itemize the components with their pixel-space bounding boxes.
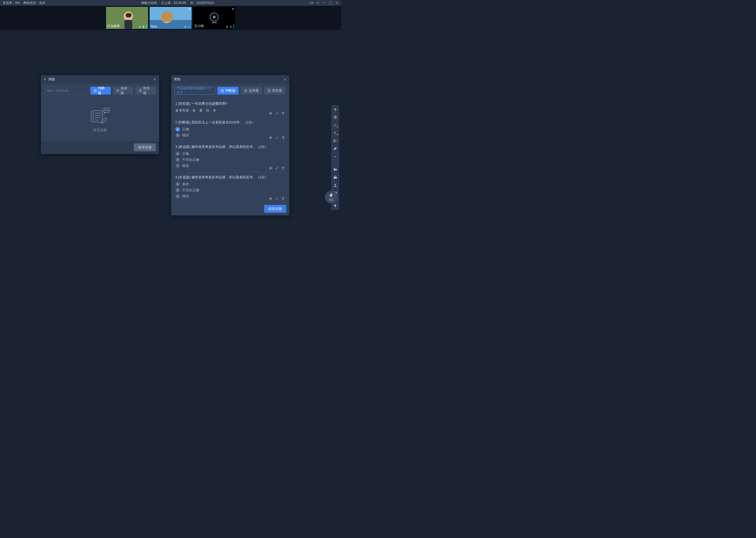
svg-rect-23 [94, 89, 96, 92]
svg-point-10 [140, 27, 140, 27]
save-button[interactable]: 保存试卷 [134, 143, 156, 151]
fullscreen-icon[interactable] [329, 1, 332, 5]
option-text: 错误 [182, 194, 189, 198]
hand-count: 0/2 [329, 198, 333, 201]
empty-state: 暂无试题 [45, 99, 155, 141]
delete-icon[interactable] [281, 197, 285, 200]
close-icon[interactable] [335, 1, 339, 5]
option-letter: C [175, 163, 180, 168]
eraser-icon[interactable] [333, 146, 337, 151]
svg-point-1 [317, 2, 318, 3]
bell-icon[interactable] [333, 204, 337, 208]
camera-icon[interactable] [310, 1, 313, 5]
close-icon[interactable]: ✕ [232, 7, 234, 11]
question-actions [269, 197, 285, 200]
text-tool-icon[interactable]: T [333, 131, 337, 135]
cursor-click-icon[interactable] [333, 107, 337, 111]
question-title: 2 [判断题] 我国宪法上一次更新是在2020年。（2分） [175, 120, 285, 125]
question-list: 1 [简答题] 一年四季分别是哪四季?参考答案：春、夏、秋、冬 2 [判断题] … [171, 98, 289, 202]
drag-icon[interactable] [269, 111, 272, 115]
main-area: 测验 判断题 选择题 T 简答题 [0, 30, 341, 243]
paper-name-input[interactable] [44, 87, 88, 94]
edit-icon[interactable] [275, 166, 279, 170]
video-name: Nina [151, 25, 157, 28]
signal-icon [184, 25, 187, 28]
option-letter: C [175, 194, 180, 198]
svg-text:T: T [140, 89, 141, 92]
option-text: 不完全正确 [182, 188, 199, 192]
option-text: 不完全正确 [182, 157, 199, 162]
svg-rect-48 [334, 177, 337, 179]
option-text: 正确 [182, 127, 189, 132]
user-icon[interactable] [333, 183, 337, 187]
raise-hand-badge[interactable]: 0/2 [325, 191, 338, 203]
toolbox-icon[interactable] [333, 175, 337, 180]
judge-icon [93, 89, 97, 92]
move-icon[interactable] [333, 115, 337, 119]
question-item: 1 [简答题] 一年四季分别是哪四季?参考答案：春、夏、秋、冬 [175, 99, 285, 117]
delete-icon[interactable] [281, 166, 285, 170]
svg-rect-20 [230, 26, 231, 27]
volume-bars [146, 25, 147, 28]
question-actions [269, 136, 285, 139]
video-tile-teacher[interactable]: 叮当老师 [106, 7, 148, 29]
hand-icon [329, 193, 334, 197]
quiz-panel-empty: 测验 判断题 选择题 T 简答题 [41, 75, 159, 154]
question-option[interactable]: B 不完全正确 [175, 188, 285, 192]
text-icon: T [267, 89, 271, 92]
scissors-icon[interactable] [333, 139, 337, 143]
tab-judge[interactable]: 判断题 [217, 87, 239, 94]
text-icon: T [139, 89, 142, 92]
tab-judge[interactable]: 判断题 [90, 87, 111, 94]
video-tile-student1[interactable]: ✕ Nina [150, 7, 192, 29]
question-option[interactable]: B 不完全正确 [175, 157, 285, 162]
edit-icon[interactable] [275, 111, 279, 115]
edit-icon[interactable] [275, 136, 279, 139]
delete-icon[interactable] [281, 111, 285, 115]
close-icon[interactable] [283, 78, 287, 81]
pen-icon[interactable] [333, 123, 337, 127]
gear-icon[interactable] [316, 1, 320, 5]
minimize-icon[interactable] [322, 1, 326, 5]
question-title: 3 [单选题] 施华洛世奇是反华品牌，所以梁鼎琪反华。（2分） [175, 144, 285, 149]
question-option[interactable]: A 正确 [175, 127, 285, 132]
svg-rect-38 [221, 89, 223, 92]
option-text: 错误 [182, 163, 189, 168]
close-icon[interactable] [153, 78, 157, 81]
session-id: ID：2020070324 [190, 1, 214, 5]
svg-rect-17 [189, 26, 190, 27]
drag-icon[interactable] [269, 166, 272, 170]
folder-icon[interactable] [333, 167, 337, 172]
question-item: 3 [单选题] 施华洛世奇是反华品牌，所以梁鼎琪反华。（2分） A 正确 B 不… [175, 142, 285, 172]
option-letter: A [175, 127, 180, 132]
option-letter: A [175, 151, 180, 156]
elapsed: 已上课：02:34:09 [161, 1, 186, 5]
option-letter: B [175, 133, 180, 138]
close-icon[interactable]: ✕ [188, 7, 191, 11]
save-button[interactable]: 保存试卷 [264, 205, 286, 213]
mic-icon [187, 25, 191, 28]
svg-text:T: T [334, 131, 336, 135]
judge-icon [220, 89, 224, 92]
tab-choice[interactable]: 选择题 [241, 87, 262, 94]
brightness-icon[interactable] [333, 154, 337, 159]
question-option[interactable]: A 是的 [175, 182, 285, 187]
svg-rect-0 [310, 2, 312, 4]
edit-icon[interactable] [275, 197, 279, 200]
drag-icon[interactable] [269, 197, 272, 200]
svg-point-34 [106, 110, 107, 111]
video-tile-student2[interactable]: ✕ 王小明 [193, 7, 235, 29]
mic-icon [142, 25, 145, 28]
question-actions [269, 166, 285, 170]
question-option[interactable]: A 正确 [175, 151, 285, 156]
tab-short-answer[interactable]: T 简答题 [264, 87, 285, 94]
panel-title: 测验 [48, 77, 153, 82]
tab-choice[interactable]: 选择题 [113, 87, 133, 94]
choice-icon [244, 89, 248, 92]
back-icon[interactable] [44, 78, 47, 81]
delete-icon[interactable] [281, 136, 285, 139]
tab-short-answer[interactable]: T 简答题 [135, 87, 156, 94]
paper-name-input[interactable]: 产品说试卷名称最多十六个字 [174, 87, 215, 94]
drag-icon[interactable] [269, 136, 272, 139]
empty-text: 暂无试题 [93, 128, 107, 133]
